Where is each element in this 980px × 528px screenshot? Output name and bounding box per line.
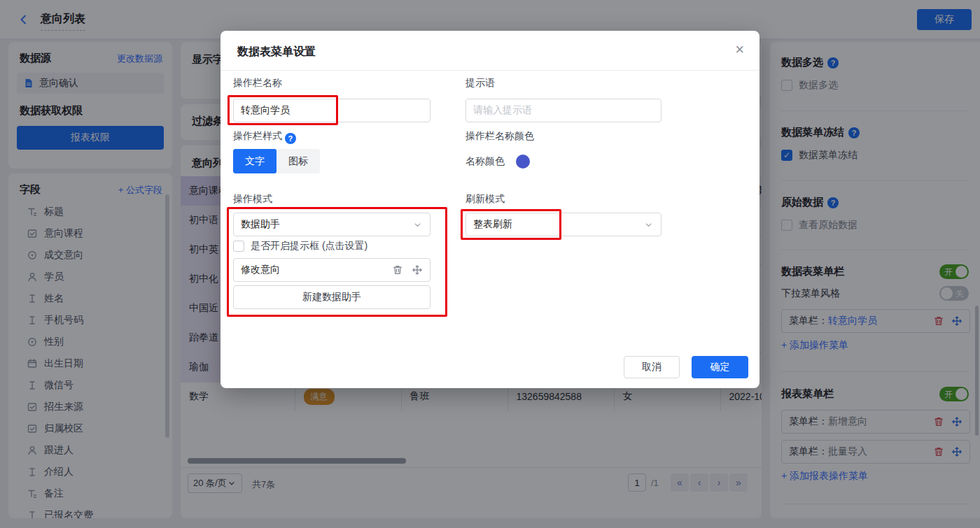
close-icon[interactable]: × <box>735 41 744 59</box>
chevron-down-icon <box>412 220 423 230</box>
tab-text[interactable]: 文字 <box>233 149 276 173</box>
tip-label: 提示语 <box>465 77 495 90</box>
action-name-input[interactable]: 转意向学员 <box>233 99 430 122</box>
operation-mode-value: 数据助手 <box>241 218 280 231</box>
trash-icon[interactable] <box>392 264 403 276</box>
assistant-name: 修改意向 <box>241 264 280 276</box>
cancel-button[interactable]: 取消 <box>624 356 680 378</box>
refresh-mode-select[interactable]: 整表刷新 <box>465 213 662 236</box>
action-name-label: 操作栏名称 <box>233 77 282 90</box>
data-assistant-item[interactable]: 修改意向 <box>233 258 430 282</box>
action-style-tabs: 文字 图标 <box>233 149 320 173</box>
operation-mode-label: 操作模式 <box>233 193 272 206</box>
tab-icon[interactable]: 图标 <box>276 149 320 173</box>
name-color-label: 名称颜色 <box>465 155 505 168</box>
refresh-mode-value: 整表刷新 <box>473 218 512 231</box>
confirm-button[interactable]: 确定 <box>692 356 748 378</box>
operation-mode-select[interactable]: 数据助手 <box>233 213 430 236</box>
name-color-row: 名称颜色 <box>465 155 530 169</box>
tip-box-checkbox-label: 是否开启提示框 (点击设置) <box>251 240 368 252</box>
move-icon[interactable] <box>412 264 423 276</box>
modal-title: 数据表菜单设置 <box>237 45 316 59</box>
modal-header-divider <box>220 70 760 71</box>
tip-box-checkbox[interactable] <box>233 241 244 252</box>
tip-input[interactable]: 请输入提示语 <box>465 99 662 122</box>
action-style-label: 操作栏样式 ? <box>233 130 296 144</box>
tip-box-checkbox-row[interactable]: 是否开启提示框 (点击设置) <box>233 240 368 252</box>
table-menu-settings-modal: 数据表菜单设置 × 操作栏名称 转意向学员 提示语 请输入提示语 操作栏样式 ?… <box>220 31 760 388</box>
name-color-section-label: 操作栏名称颜色 <box>465 130 534 143</box>
help-icon[interactable]: ? <box>285 133 296 144</box>
refresh-mode-label: 刷新模式 <box>465 193 505 206</box>
chevron-down-icon <box>643 220 654 230</box>
name-color-swatch[interactable] <box>516 155 530 169</box>
new-assistant-button[interactable]: 新建数据助手 <box>233 285 430 309</box>
